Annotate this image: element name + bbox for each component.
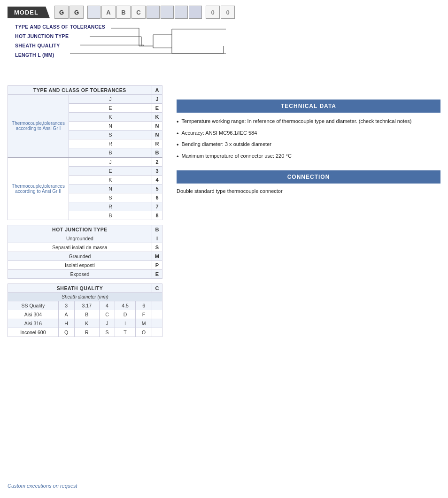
tol-code: 6 [152,193,162,202]
hj-code: I [152,234,162,243]
table-row: Aisi 316 H K J I M [8,319,162,328]
sheath-val: 4.5 [115,301,135,310]
right-panel: TECHNICAL DATA Temperature working range… [172,85,440,342]
tol-code: 7 [152,202,162,211]
hj-label: Ungrounded [8,234,152,243]
tech-bullet-2: Accuracy: ANSI MC96.1/IEC 584 [177,129,440,138]
hot-junction-header: HOT JUNCTION TYPE [8,225,152,234]
hj-code: S [152,243,162,252]
tol-letter: E [69,104,152,113]
tol-letter: K [69,176,152,184]
sheath-val: R [74,328,100,337]
tol-letter: N [69,184,152,193]
hj-code: E [152,270,162,279]
sheath-val: F [136,310,152,319]
hj-label: Isolati esposti [8,261,152,270]
tol-letter: J [69,95,152,104]
hj-code: M [152,252,162,261]
sheath-label: Inconel 600 [8,328,59,337]
table-row: SS Quality 3 3.17 4 4.5 6 [8,301,162,310]
model-cell-zero1: 0 [206,6,220,19]
table-row: Isolati esposti P [8,261,162,270]
tol-code: 8 [152,211,162,220]
sheath-val: B [74,310,100,319]
table-row: Inconel 600 Q R S T O [8,328,162,337]
sheath-subheader: Sheath diameter (mm) [8,293,162,301]
sheath-val [152,328,162,337]
model-cell-zero2: 0 [221,6,235,19]
table-row: Graunded M [8,252,162,261]
hj-code: P [152,261,162,270]
sheath-val: K [74,319,100,328]
tolerances-table: TYPE AND CLASS OF TOLERANCES A Thermocou… [8,85,162,220]
main-content: TYPE AND CLASS OF TOLERANCES A Thermocou… [0,85,448,342]
tech-bullet-4: Maximum temperature of connector use: 22… [177,152,440,161]
table-row: Thermocouple,tolerancesaccording to Ansi… [8,95,162,104]
model-section: MODEL G G A B C 0 0 Type and class of to… [0,0,448,84]
sheath-code: C [152,284,162,293]
sheath-val: 3 [58,301,74,310]
tech-bullet-1: Temperature working range: In reference … [177,117,440,127]
sheath-val [152,310,162,319]
model-cell-empty5 [189,6,202,19]
sheath-val: I [115,319,135,328]
sheath-val: 6 [136,301,152,310]
sheath-val: H [58,319,74,328]
tol-code: B [152,148,162,158]
sheath-val: O [136,328,152,337]
tol-code: N [152,122,162,130]
tol-code: N [152,130,162,139]
sheath-val: C [100,310,115,319]
tolerances-header: TYPE AND CLASS OF TOLERANCES [8,86,152,95]
tol-letter: B [69,148,152,158]
tol-code: 3 [152,167,162,176]
group2-label: Thermocouple,tolerancesaccording to Ansi… [8,157,69,220]
table-row: Aisi 304 A B C D F [8,310,162,319]
hj-label: Separati isolati da massa [8,243,152,252]
tol-letter: S [69,193,152,202]
tol-code: 4 [152,176,162,184]
table-row: Thermocouple,tolerancesaccording to Ansi… [8,157,162,167]
model-row: MODEL G G A B C 0 0 [8,6,440,19]
hj-label: Exposed [8,270,152,279]
sheath-val: 3.17 [74,301,100,310]
sheath-val: D [115,310,135,319]
technical-data-list: Temperature working range: In reference … [177,117,440,161]
tol-letter: S [69,130,152,139]
sheath-header: SHEATH QUALITY [8,284,152,293]
group1-label: Thermocouple,tolerancesaccording to Ansi… [8,95,69,158]
tol-letter: K [69,113,152,122]
tolerances-code: A [152,86,162,95]
tol-letter: B [69,211,152,220]
table-row: Separati isolati da massa S [8,243,162,252]
tol-code: J [152,95,162,104]
model-cell-empty4 [175,6,188,19]
model-cell-g1: G [54,6,69,19]
table-row: Ungrounded I [8,234,162,243]
model-cell-c: C [131,6,146,19]
table-row: Exposed E [8,270,162,279]
sheath-label: SS Quality [8,301,59,310]
footer-text: Custom executions on request [8,483,77,489]
sheath-val: J [100,319,115,328]
tol-letter: N [69,122,152,130]
technical-data-header: TECHNICAL DATA [177,100,440,113]
diagram-section: Type and class of tolerances Hot junctio… [8,23,440,84]
tol-code: E [152,104,162,113]
model-cell-b: B [116,6,131,19]
hot-junction-code: B [152,225,162,234]
sheath-label: Aisi 304 [8,310,59,319]
sheath-val: S [100,328,115,337]
sheath-val: 4 [100,301,115,310]
sheath-val: T [115,328,135,337]
sheath-val: A [58,310,74,319]
model-cell-a: A [101,6,116,19]
sheath-val [152,301,162,310]
model-cell-empty3 [161,6,174,19]
sheath-val: Q [58,328,74,337]
diagram-lines-svg [8,23,242,84]
tol-code: 2 [152,157,162,167]
tol-code: K [152,113,162,122]
sheath-val: M [136,319,152,328]
sheath-label: Aisi 316 [8,319,59,328]
